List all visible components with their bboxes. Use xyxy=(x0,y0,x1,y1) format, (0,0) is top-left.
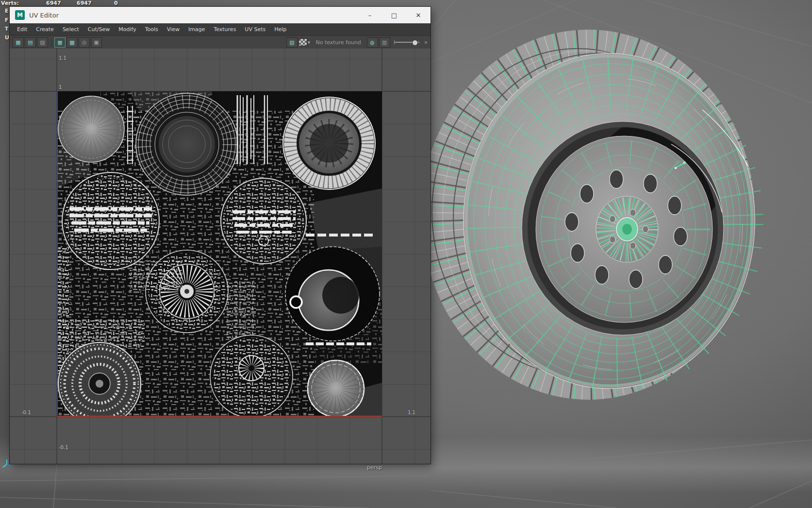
uv-layout-icon[interactable]: ▤ xyxy=(25,37,36,48)
menu-view[interactable]: View xyxy=(163,23,184,35)
verts-total: 6947 xyxy=(46,0,61,6)
uv-u-axis-edge xyxy=(57,416,382,417)
menu-help[interactable]: Help xyxy=(270,23,291,35)
texture-dropdown-chevron-icon[interactable]: ▾ xyxy=(308,40,310,45)
uv-borders-icon[interactable]: ▦ xyxy=(54,37,66,48)
uv-shell-dense-1 xyxy=(62,172,159,270)
uv-tile-0-1[interactable] xyxy=(57,91,382,417)
uv-shell-dense-2 xyxy=(221,178,306,264)
hud-stat-letter: E xyxy=(5,8,9,14)
no-texture-label: No texture found xyxy=(315,39,361,46)
uv-snapshot-icon[interactable]: ▣ xyxy=(91,37,102,48)
texture-checker-icon[interactable] xyxy=(298,38,307,46)
axis-label-u-neg: -0.1 xyxy=(21,410,31,415)
hud-stat-letter: T xyxy=(5,26,9,32)
menu-cut-sew[interactable]: Cut/Sew xyxy=(83,23,114,35)
uv-canvas[interactable]: 1.1 1 -0.1 1.1 -0.1 xyxy=(10,49,431,464)
menu-image[interactable]: Image xyxy=(184,23,209,35)
uv-shaded-icon[interactable]: ▨ xyxy=(37,37,48,48)
uv-distortion-icon[interactable]: ▩ xyxy=(66,37,78,48)
uv-grid-icon-glyph: ▦ xyxy=(16,40,20,45)
isolate-select-icon[interactable]: ◎ xyxy=(79,37,90,48)
uv-shell-disc-2 xyxy=(308,360,364,417)
toolbar-right-group: ▧ ▾ No texture found ◍ ▥ » xyxy=(286,37,428,48)
axis-label-v-neg: -0.1 xyxy=(59,445,68,450)
texture-display-icon-glyph: ▧ xyxy=(289,40,294,45)
maya-app-icon: M xyxy=(15,10,25,20)
titlebar[interactable]: M UV Editor – □ ✕ xyxy=(10,7,431,23)
isolate-select-icon-glyph: ◎ xyxy=(82,40,87,45)
image-ratio-icon[interactable]: ▥ xyxy=(379,37,390,48)
maximize-button[interactable]: □ xyxy=(382,7,406,23)
verts-label: Verts: xyxy=(1,0,19,6)
uv-v-axis-edge xyxy=(57,91,58,417)
baked-texture-icon-glyph: ◍ xyxy=(370,40,375,45)
hud-stat-letter: F xyxy=(5,17,9,23)
toolbar-separator xyxy=(51,38,52,47)
slider-handle[interactable] xyxy=(412,40,418,46)
menu-select[interactable]: Select xyxy=(58,23,83,35)
uv-shaded-icon-glyph: ▨ xyxy=(40,40,45,45)
uv-shell-sidewall-rings xyxy=(136,93,238,195)
close-button[interactable]: ✕ xyxy=(406,7,431,23)
menu-uv-sets[interactable]: UV Sets xyxy=(240,23,270,35)
menubar: Edit Create Select Cut/Sew Modify Tools … xyxy=(10,23,431,36)
uv-layout-icon-glyph: ▤ xyxy=(28,40,33,45)
axis-label-u1-1: 1.1 xyxy=(408,410,415,415)
expand-toolbar-icon[interactable]: » xyxy=(424,39,428,46)
menu-modify[interactable]: Modify xyxy=(114,23,140,35)
hud-stat-letter: U xyxy=(5,34,9,41)
axis-label-v1: 1 xyxy=(59,85,62,90)
toolbar: ▦ ▤ ▨ ▦ ▩ ◎ ▣ ▧ ▾ No texture found ◍ ▥ » xyxy=(10,36,431,49)
uv-borders-icon-glyph: ▦ xyxy=(57,40,62,45)
uv-grid-icon[interactable]: ▦ xyxy=(13,37,24,48)
menu-create[interactable]: Create xyxy=(32,23,58,35)
texture-display-icon[interactable]: ▧ xyxy=(286,37,298,48)
uv-distortion-icon-glyph: ▩ xyxy=(69,40,74,45)
uv-shell-dense-3 xyxy=(210,335,293,417)
menu-textures[interactable]: Textures xyxy=(209,23,240,35)
menu-tools[interactable]: Tools xyxy=(141,23,163,35)
verts-col3: 0 xyxy=(114,0,118,6)
camera-name-label: persp xyxy=(367,464,382,471)
uv-shell-bolt-disc xyxy=(58,342,141,417)
baked-texture-icon[interactable]: ◍ xyxy=(367,37,378,48)
uv-shell-tread-ring xyxy=(283,97,375,189)
menu-edit[interactable]: Edit xyxy=(13,23,32,35)
uv-shell-layout xyxy=(57,91,382,417)
image-ratio-icon-glyph: ▥ xyxy=(382,40,387,45)
uv-editor-window[interactable]: M UV Editor – □ ✕ Edit Create Select Cut… xyxy=(10,7,431,464)
uv-shell-dark-disc xyxy=(285,247,380,341)
minimize-button[interactable]: – xyxy=(358,7,382,23)
window-title: UV Editor xyxy=(29,12,358,19)
wheel-3d-model[interactable] xyxy=(413,27,812,420)
wheel-hub xyxy=(596,196,658,262)
dim-image-slider[interactable] xyxy=(394,39,419,46)
axis-label-v1-1: 1.1 xyxy=(59,55,66,61)
uv-shell-disc-1 xyxy=(58,96,124,162)
uv-snapshot-icon-glyph: ▣ xyxy=(94,40,99,45)
verts-col2: 6947 xyxy=(77,0,92,6)
